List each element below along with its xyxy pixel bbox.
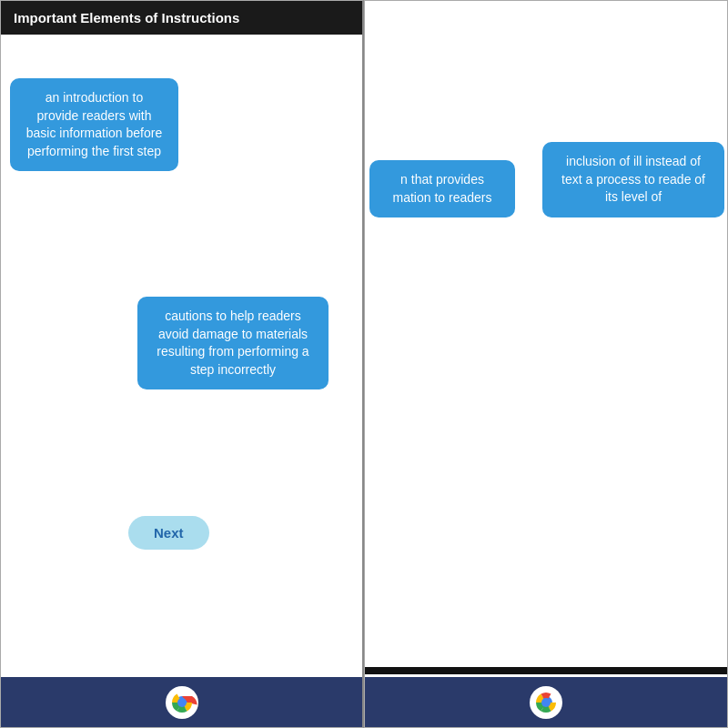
left-taskbar	[1, 677, 362, 727]
svg-point-2	[177, 698, 187, 707]
svg-point-5	[541, 698, 551, 707]
right-card-2: inclusion of ill instead of text a proce…	[542, 142, 724, 217]
cautions-card: cautions to help readers avoid damage to…	[137, 297, 329, 389]
chrome-icon	[166, 686, 198, 719]
right-card-1: n that provides mation to readers	[369, 160, 515, 217]
title-bar: Important Elements of Instructions	[1, 1, 362, 35]
introduction-card: an introduction to provide readers with …	[10, 78, 178, 171]
left-panel: Important Elements of Instructions an in…	[0, 0, 364, 728]
title-text: Important Elements of Instructions	[14, 10, 239, 25]
chrome-icon-right	[530, 686, 562, 719]
right-taskbar	[365, 677, 727, 727]
next-button[interactable]: Next	[128, 516, 209, 550]
scrollbar[interactable]	[365, 667, 727, 674]
right-panel: n that provides mation to readers inclus…	[364, 0, 728, 728]
